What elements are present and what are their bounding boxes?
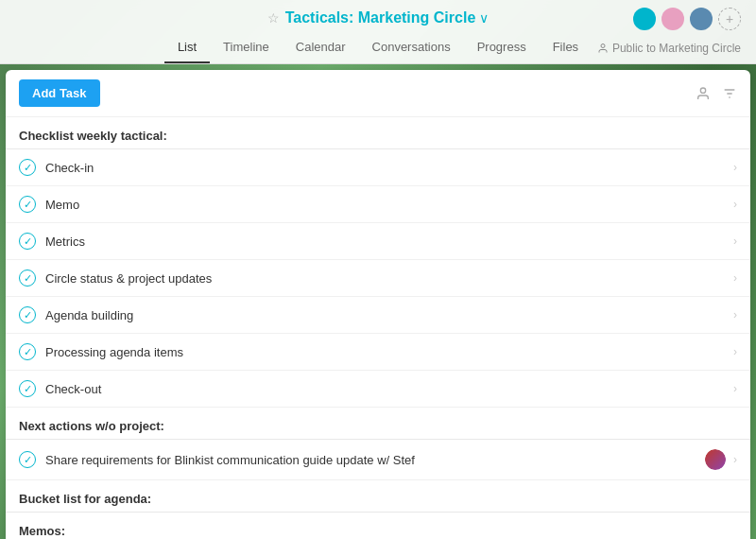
tab-files[interactable]: Files <box>540 32 592 63</box>
section-next-actions-header: Next actions w/o project: <box>6 408 750 440</box>
task-chevron-icon: › <box>733 308 737 322</box>
task-item[interactable]: ✓ Metrics › <box>6 223 750 260</box>
task-chevron-icon: › <box>733 271 737 285</box>
avatar-1[interactable] <box>633 8 656 30</box>
header-avatars: + <box>633 8 741 30</box>
nav-tabs: List Timeline Calendar Conversations Pro… <box>0 32 756 63</box>
task-item[interactable]: ✓ Memo › <box>6 186 750 223</box>
tab-list[interactable]: List <box>164 32 210 63</box>
check-icon: ✓ <box>19 233 36 250</box>
star-icon[interactable]: ☆ <box>267 10 280 26</box>
check-icon: ✓ <box>19 270 36 287</box>
task-text: Agenda building <box>45 308 726 322</box>
tab-calendar[interactable]: Calendar <box>283 32 359 63</box>
task-chevron-icon: › <box>733 382 737 395</box>
check-icon: ✓ <box>19 196 36 213</box>
person-icon <box>597 43 609 54</box>
task-text: Check-in <box>45 161 726 175</box>
check-icon: ✓ <box>19 380 36 397</box>
task-list: Checklist weekly tactical: ✓ Check-in › … <box>6 117 750 539</box>
avatar-img <box>705 449 726 470</box>
task-assignee-avatar <box>705 449 726 470</box>
avatar-3[interactable] <box>690 8 713 30</box>
task-chevron-icon: › <box>733 161 737 174</box>
svg-point-0 <box>601 43 605 47</box>
title-chevron-icon[interactable]: ∨ <box>479 10 489 26</box>
check-icon: ✓ <box>19 306 36 323</box>
task-item[interactable]: ✓ Share requirements for Blinkist commun… <box>6 440 750 480</box>
task-chevron-icon: › <box>733 198 737 211</box>
task-text: Memo <box>45 198 726 212</box>
toolbar-right <box>696 86 737 101</box>
svg-point-1 <box>700 88 705 93</box>
task-item[interactable]: ✓ Check-in › <box>6 149 750 186</box>
task-item[interactable]: ✓ Check-out › <box>6 371 750 408</box>
main-content: Add Task Checklist weekly tactical: <box>6 70 750 539</box>
section-checklist-header: Checklist weekly tactical: <box>6 117 750 149</box>
tab-conversations[interactable]: Conversations <box>359 32 464 63</box>
section-bucket-list-header: Bucket list for agenda: <box>6 480 750 513</box>
task-item[interactable]: ✓ Circle status & project updates › <box>6 260 750 297</box>
public-label-area: Public to Marketing Circle <box>597 42 741 55</box>
avatar-2[interactable] <box>662 8 684 30</box>
person-filter-icon[interactable] <box>696 86 711 101</box>
project-title: Tacticals: Marketing Circle <box>285 9 476 26</box>
task-text: Check-out <box>45 382 726 396</box>
public-label: Public to Marketing Circle <box>612 42 741 55</box>
tab-progress[interactable]: Progress <box>464 32 540 63</box>
title-bar: ☆ Tacticals: Marketing Circle ∨ + <box>0 0 756 32</box>
task-text: Share requirements for Blinkist communic… <box>45 453 697 467</box>
task-item[interactable]: ✓ Processing agenda items › <box>6 334 750 371</box>
task-text: Circle status & project updates <box>45 271 726 286</box>
check-icon: ✓ <box>19 159 36 176</box>
task-chevron-icon: › <box>733 345 737 358</box>
header: ☆ Tacticals: Marketing Circle ∨ + List T… <box>0 0 756 64</box>
toolbar: Add Task <box>6 70 750 117</box>
task-chevron-icon: › <box>733 235 737 248</box>
check-icon: ✓ <box>19 451 36 468</box>
task-item[interactable]: ✓ Agenda building › <box>6 297 750 334</box>
add-task-button[interactable]: Add Task <box>19 79 100 107</box>
add-member-button[interactable]: + <box>718 8 741 30</box>
task-chevron-icon: › <box>733 453 737 466</box>
task-text: Metrics <box>45 235 726 249</box>
task-text: Processing agenda items <box>45 345 726 359</box>
filter-icon[interactable] <box>722 86 737 101</box>
tab-timeline[interactable]: Timeline <box>210 32 283 63</box>
check-icon: ✓ <box>19 343 36 360</box>
app-container: ☆ Tacticals: Marketing Circle ∨ + List T… <box>0 0 756 539</box>
section-memos-header: Memos: <box>6 513 750 539</box>
